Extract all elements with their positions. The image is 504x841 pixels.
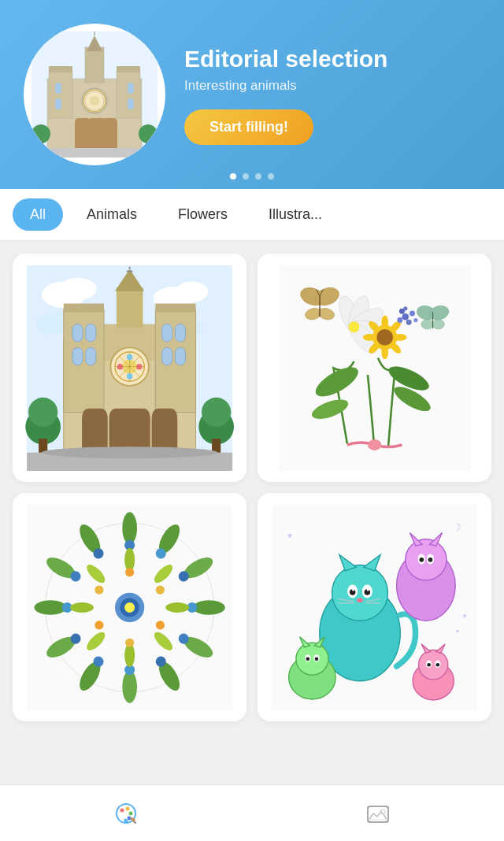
svg-point-79 — [376, 328, 393, 345]
svg-point-91 — [397, 317, 402, 323]
svg-point-24 — [60, 277, 97, 299]
svg-point-176 — [296, 643, 328, 675]
content-grid: ☽ ★ ★ ✦ — [0, 241, 504, 734]
svg-rect-36 — [117, 287, 143, 327]
banner-text-area: Editorial selection Interesting animals … — [184, 45, 480, 145]
svg-point-140 — [70, 602, 94, 612]
svg-point-63 — [202, 397, 231, 426]
banner-image — [24, 24, 165, 165]
svg-point-48 — [127, 373, 132, 379]
svg-point-107 — [368, 439, 381, 450]
svg-point-94 — [403, 306, 407, 310]
card-floral-mandala[interactable] — [13, 493, 246, 721]
svg-point-89 — [410, 310, 415, 316]
svg-point-86 — [363, 334, 376, 341]
svg-rect-34 — [64, 303, 104, 312]
svg-rect-16 — [128, 98, 134, 109]
tab-flowers[interactable]: Flowers — [161, 198, 245, 231]
svg-point-196 — [120, 808, 124, 812]
svg-rect-7 — [49, 66, 72, 72]
category-bar: All Animals Flowers Illustra... — [0, 189, 504, 241]
svg-point-153 — [332, 565, 387, 621]
svg-point-174 — [428, 558, 433, 562]
svg-rect-55 — [162, 324, 172, 341]
svg-point-66 — [42, 446, 218, 458]
svg-point-113 — [193, 600, 225, 615]
dot-2 — [243, 173, 249, 180]
svg-point-60 — [28, 397, 57, 426]
svg-point-49 — [117, 363, 123, 369]
svg-point-181 — [306, 657, 309, 661]
svg-text:★: ★ — [287, 531, 293, 539]
bottom-navigation — [0, 784, 504, 841]
nav-palette[interactable] — [0, 798, 252, 829]
card-flower-bouquet[interactable] — [258, 254, 491, 482]
svg-point-189 — [427, 662, 431, 666]
banner-subtitle: Interesting animals — [184, 78, 480, 94]
svg-point-161 — [367, 588, 369, 591]
nav-gallery[interactable] — [252, 798, 504, 829]
svg-rect-20 — [146, 142, 150, 150]
start-filling-button[interactable]: Start filling! — [184, 109, 313, 145]
svg-rect-14 — [128, 83, 134, 94]
svg-point-88 — [402, 313, 409, 320]
svg-point-90 — [406, 319, 412, 324]
svg-point-17 — [32, 124, 50, 143]
svg-point-11 — [90, 96, 99, 106]
gallery-icon — [362, 798, 394, 829]
svg-point-80 — [381, 315, 388, 328]
svg-point-77 — [348, 321, 359, 332]
svg-point-19 — [139, 124, 158, 143]
svg-point-198 — [129, 811, 133, 815]
dot-1 — [230, 173, 236, 180]
svg-point-190 — [435, 662, 439, 666]
svg-point-82 — [393, 334, 406, 341]
svg-rect-58 — [175, 347, 185, 365]
header-banner: Editorial selection Interesting animals … — [0, 0, 504, 189]
svg-rect-51 — [72, 324, 83, 341]
svg-text:★: ★ — [461, 612, 467, 620]
svg-rect-15 — [55, 98, 61, 109]
tab-all[interactable]: All — [13, 198, 63, 231]
svg-point-84 — [381, 345, 388, 358]
svg-rect-35 — [155, 303, 195, 312]
svg-point-162 — [357, 598, 362, 602]
svg-point-173 — [419, 558, 424, 562]
svg-point-50 — [136, 363, 142, 369]
svg-rect-21 — [32, 148, 158, 157]
svg-point-116 — [122, 670, 137, 702]
svg-text:☽: ☽ — [451, 521, 461, 532]
svg-rect-56 — [175, 324, 185, 341]
svg-point-105 — [432, 319, 445, 328]
svg-text:✦: ✦ — [455, 628, 460, 635]
tab-animals[interactable]: Animals — [69, 198, 154, 231]
svg-point-184 — [418, 650, 447, 679]
svg-point-110 — [122, 512, 137, 544]
card-cats[interactable]: ☽ ★ ★ ✦ — [258, 493, 491, 721]
palette-icon — [110, 798, 142, 829]
svg-rect-18 — [39, 142, 43, 150]
svg-rect-32 — [64, 309, 104, 412]
svg-point-168 — [406, 539, 447, 580]
svg-rect-57 — [162, 347, 172, 365]
dot-4 — [268, 173, 274, 180]
svg-point-160 — [352, 588, 354, 591]
svg-point-93 — [413, 317, 417, 321]
svg-point-136 — [165, 602, 189, 612]
svg-point-104 — [421, 319, 434, 328]
svg-point-26 — [176, 281, 208, 302]
svg-rect-13 — [55, 83, 61, 94]
svg-point-182 — [315, 657, 319, 661]
dot-3 — [255, 173, 261, 180]
svg-rect-2 — [85, 47, 104, 83]
tab-illustra[interactable]: Illustra... — [251, 198, 339, 231]
svg-point-119 — [34, 600, 66, 615]
svg-rect-53 — [72, 347, 83, 365]
card-notre-dame[interactable] — [13, 254, 246, 482]
svg-rect-5 — [49, 71, 72, 118]
svg-point-197 — [126, 806, 130, 810]
svg-rect-8 — [117, 66, 140, 72]
svg-point-150 — [124, 602, 135, 612]
svg-rect-54 — [86, 347, 96, 365]
banner-dots — [230, 173, 274, 180]
